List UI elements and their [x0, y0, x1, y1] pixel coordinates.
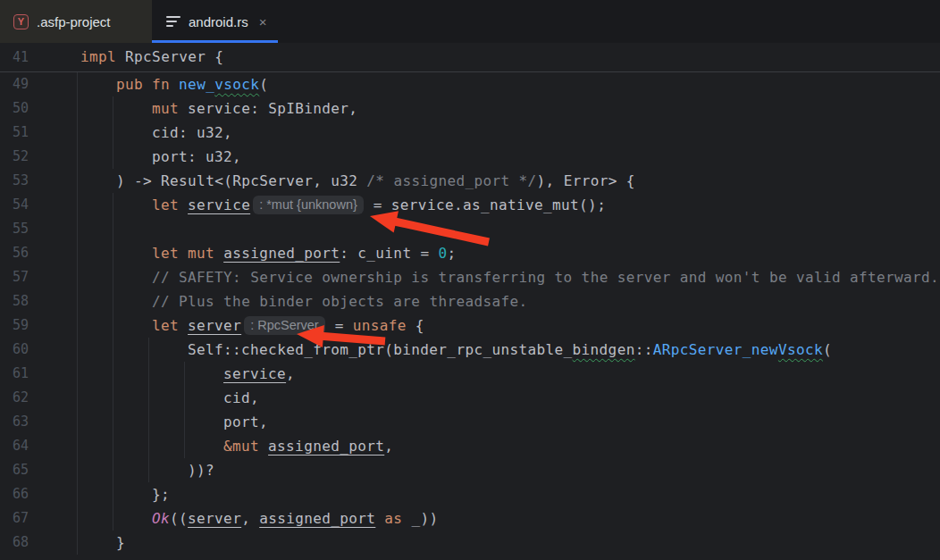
code-token: [143, 76, 152, 93]
code-text: impl RpcServer {: [29, 43, 223, 71]
code-token: bindgen: [573, 341, 635, 358]
line-number[interactable]: 62: [0, 386, 29, 410]
code-token: Ok: [152, 510, 170, 527]
code-token: mut: [152, 100, 179, 117]
code-token: ;: [447, 245, 456, 262]
line-number[interactable]: 54: [0, 193, 29, 217]
file-type-icon: [166, 16, 180, 27]
code-line: 49pub fn new_vsock(: [0, 72, 940, 96]
code-text: [29, 217, 152, 241]
code-token: (: [823, 341, 832, 358]
code-token: ,: [384, 438, 393, 455]
project-icon: Y: [13, 14, 29, 29]
code-line: 65))?: [0, 458, 940, 482]
code-text: mut service: SpIBinder,: [29, 96, 357, 121]
line-number[interactable]: 68: [0, 531, 29, 555]
code-line: 61service,: [0, 362, 940, 386]
code-token: assigned_port: [268, 438, 384, 455]
code-text: let mut assigned_port: c_uint = 0;: [29, 241, 456, 265]
code-token: RpcServer {: [116, 48, 223, 65]
code-line: 50mut service: SpIBinder,: [0, 96, 940, 121]
code-token: pub: [116, 76, 143, 93]
code-token: service: SpIBinder,: [179, 100, 357, 117]
code-token: Vsock: [778, 341, 823, 358]
code-token: // SAFETY: Service ownership is transfer…: [152, 269, 939, 286]
line-number[interactable]: 63: [0, 410, 29, 434]
code-text: cid: u32,: [29, 121, 232, 145]
code-token: [179, 196, 188, 213]
code-line: 67Ok((server, assigned_port as _)): [0, 506, 940, 531]
code-token: let: [152, 196, 179, 213]
code-line: 54let service: *mut {unknown} = service.…: [0, 193, 940, 217]
code-text: // Plus the binder objects are threadsaf…: [29, 289, 528, 313]
line-number[interactable]: 67: [0, 506, 29, 531]
line-number[interactable]: 61: [0, 362, 29, 386]
code-text: pub fn new_vsock(: [29, 72, 268, 96]
code-token: [214, 245, 223, 262]
project-widget[interactable]: Y .asfp-project: [0, 0, 152, 43]
inlay-type-hint[interactable]: : RpcServer: [244, 316, 325, 335]
line-number[interactable]: 57: [0, 265, 29, 289]
code-token: (: [259, 76, 268, 93]
sticky-scope-line: 41impl RpcServer {: [0, 43, 940, 72]
line-number[interactable]: 53: [0, 169, 29, 193]
code-text: };: [29, 482, 170, 506]
project-name: .asfp-project: [37, 14, 111, 29]
code-token: [259, 438, 268, 455]
code-token: 0: [438, 245, 447, 262]
line-number[interactable]: 41: [0, 43, 29, 71]
code-token: };: [152, 486, 170, 503]
code-line: 52port: u32,: [0, 145, 940, 169]
line-number[interactable]: 50: [0, 96, 29, 121]
code-token: as: [384, 510, 402, 527]
code-text: &mut assigned_port,: [29, 434, 393, 458]
code-text: ))?: [29, 458, 214, 482]
code-token: /* assigned_port */: [366, 172, 536, 189]
inlay-type-hint[interactable]: : *mut {unknown}: [253, 196, 364, 214]
code-token: ))?: [188, 462, 214, 479]
code-text: service,: [29, 362, 295, 386]
editor-tab-android-rs[interactable]: android.rs ×: [152, 0, 278, 43]
code-token: server: [188, 317, 241, 334]
code-line: 57// SAFETY: Service ownership is transf…: [0, 265, 940, 289]
code-text: cid,: [29, 386, 259, 410]
code-token: assigned_port: [259, 510, 375, 527]
code-text: let server: RpcServer = unsafe {: [29, 313, 424, 338]
line-number[interactable]: 65: [0, 458, 29, 482]
line-number[interactable]: 59: [0, 313, 29, 338]
code-line: 53) -> Result<(RpcServer, u32 /* assigne…: [0, 169, 940, 193]
line-number[interactable]: 51: [0, 121, 29, 145]
line-number[interactable]: 58: [0, 289, 29, 313]
line-number[interactable]: 64: [0, 434, 29, 458]
code-token: port,: [223, 414, 268, 430]
line-number[interactable]: 55: [0, 217, 29, 241]
code-token: fn: [152, 76, 170, 93]
line-number[interactable]: 49: [0, 72, 29, 96]
code-line: 63port,: [0, 410, 940, 434]
editor: 41impl RpcServer {49pub fn new_vsock(50m…: [0, 43, 940, 560]
code-token: cid: u32,: [152, 124, 232, 141]
code-token: service: [188, 196, 250, 213]
code-line: 62cid,: [0, 386, 940, 410]
line-number[interactable]: 56: [0, 241, 29, 265]
code-token: _)): [402, 510, 438, 527]
code-token: [179, 245, 188, 262]
code-token: [170, 76, 179, 93]
code-token: Self::checked_from_ptr(binder_rpc_unstab…: [188, 341, 573, 358]
line-number[interactable]: 52: [0, 145, 29, 169]
code-text: Ok((server, assigned_port as _)): [29, 506, 438, 531]
line-number[interactable]: 60: [0, 338, 29, 362]
code-token: ((: [170, 510, 188, 527]
code-token: // Plus the binder objects are threadsaf…: [152, 293, 528, 310]
code-text: let service: *mut {unknown} = service.as…: [29, 193, 606, 217]
tab-close-icon[interactable]: ×: [259, 15, 267, 29]
code-token: vsock: [214, 76, 259, 93]
code-token: &mut: [223, 438, 259, 455]
code-token: }: [116, 534, 125, 551]
code-token: let: [152, 245, 179, 262]
code-token: mut: [188, 245, 214, 262]
tab-title: android.rs: [189, 14, 248, 29]
line-number[interactable]: 66: [0, 482, 29, 506]
code-text: Self::checked_from_ptr(binder_rpc_unstab…: [29, 338, 832, 362]
code-line: 56let mut assigned_port: c_uint = 0;: [0, 241, 940, 265]
